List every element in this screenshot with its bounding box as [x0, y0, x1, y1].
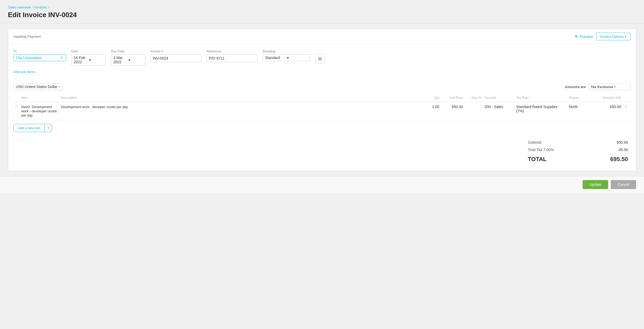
table-row: ⠿ DevD: Development work - developer ons… — [13, 102, 631, 120]
col-header-disc: Disc % — [465, 94, 483, 102]
main-content: Awaiting Payment 👁 Preview Invoice Optio… — [0, 23, 644, 176]
invoice-card: Awaiting Payment 👁 Preview Invoice Optio… — [8, 29, 636, 171]
grand-total-label: TOTAL — [526, 154, 586, 165]
update-button[interactable]: Update — [583, 180, 608, 189]
qty-cell[interactable]: 1.00 — [420, 102, 441, 120]
item-name: DevD: Development work - developer onsit… — [21, 105, 57, 117]
amounts-are-label: Amounts are — [565, 85, 586, 89]
breadcrumb-sales-overview[interactable]: Sales overview — [8, 5, 31, 9]
unit-price-value: 650.00 — [452, 105, 463, 109]
totals-table: Subtotal 650.00 Total Tax 7.00% 45.50 TO… — [525, 138, 631, 165]
breadcrumb: Sales overview › Invoices › — [8, 5, 636, 9]
to-value: City Limousines — [16, 56, 60, 60]
grand-total-row: TOTAL 695.50 — [526, 154, 630, 165]
currency-label: USD United States Dollar — [16, 85, 57, 89]
item-cell[interactable]: DevD: Development work - developer onsit… — [20, 102, 59, 120]
drag-handle-cell[interactable]: ⠿ — [13, 102, 20, 120]
date-field[interactable]: 16 Feb 2022 ▾ — [71, 54, 106, 65]
description-value: Development work - develper onsite per d… — [61, 105, 128, 109]
add-line-btn-group: Add a new line ▾ — [13, 124, 631, 132]
account-value: 200 - Sales — [485, 105, 503, 109]
header-area: Sales overview › Invoices › Edit Invoice… — [0, 0, 644, 23]
date-group: Date 16 Feb 2022 ▾ — [71, 50, 106, 65]
page-title: Edit Invoice INV-0024 — [8, 11, 636, 19]
tax-rate-value: Standard-Rated Supplies (7%) — [516, 105, 557, 113]
col-header-tax-rate: Tax Rate — [515, 94, 567, 102]
amounts-are-select[interactable]: Tax Exclusive ▾ — [588, 84, 631, 90]
region-value: North — [569, 105, 578, 109]
grand-total-value: 695.50 — [586, 154, 630, 165]
breadcrumb-sep-1: › — [32, 5, 33, 9]
disc-cell[interactable] — [465, 102, 483, 120]
invoice-num-input[interactable] — [150, 54, 201, 62]
remove-cell[interactable]: ✕ — [623, 102, 631, 120]
currency-select[interactable]: USD United States Dollar ▾ — [13, 83, 62, 90]
to-clear-button[interactable]: ✕ — [60, 56, 64, 60]
col-header-amount: Amount USD — [594, 94, 623, 102]
invoice-card-header: Awaiting Payment 👁 Preview Invoice Optio… — [8, 29, 636, 44]
to-group: To City Limousines ✕ — [13, 50, 66, 61]
due-date-value: 3 Mar 2022 — [113, 56, 128, 64]
total-tax-value: 45.50 — [586, 146, 630, 153]
add-last-items-link[interactable]: Add last items — [13, 70, 35, 74]
currency-row: USD United States Dollar ▾ Amounts are T… — [8, 81, 636, 93]
branding-value: Standard — [265, 56, 286, 60]
col-header-account: Account — [483, 94, 515, 102]
date-dropdown-arrow: ▾ — [89, 58, 103, 62]
date-label: Date — [71, 50, 106, 53]
due-date-label: Due Date — [111, 50, 145, 53]
account-cell[interactable]: 200 - Sales — [483, 102, 515, 120]
cancel-button[interactable]: Cancel — [611, 180, 636, 189]
reference-group: Reference — [207, 50, 257, 62]
col-header-description: Description — [59, 94, 420, 102]
header-actions: 👁 Preview Invoice Options ▾ — [574, 33, 631, 40]
description-cell[interactable]: Development work - develper onsite per d… — [59, 102, 420, 120]
currency-dropdown-arrow: ▾ — [58, 85, 60, 89]
table-section: Item Description Qty Unit Price Disc % A… — [8, 94, 636, 120]
preview-link[interactable]: 👁 Preview — [574, 34, 593, 39]
breadcrumb-invoices[interactable]: Invoices — [34, 5, 47, 9]
col-header-drag — [13, 94, 20, 102]
remove-row-button[interactable]: ✕ — [624, 105, 627, 109]
copy-button[interactable]: ⧉ — [315, 54, 325, 64]
invoice-options-label: Invoice Options — [600, 35, 624, 38]
total-tax-row: Total Tax 7.00% 45.50 — [526, 146, 630, 153]
to-label: To — [13, 50, 66, 53]
to-input-wrapper[interactable]: City Limousines ✕ — [13, 54, 66, 61]
region-cell[interactable]: North — [567, 102, 594, 120]
breadcrumb-sep-2: › — [48, 5, 49, 9]
total-tax-label: Total Tax 7.00% — [526, 146, 586, 153]
subtotal-row: Subtotal 650.00 — [526, 139, 630, 146]
amounts-are-section: Amounts are Tax Exclusive ▾ — [565, 84, 631, 90]
status-badge: Awaiting Payment — [13, 35, 41, 38]
preview-label: Preview — [580, 35, 593, 39]
amount-value: 650.00 — [610, 105, 621, 109]
col-header-region: Region — [567, 94, 594, 102]
col-header-unit-price: Unit Price — [441, 94, 465, 102]
eye-icon: 👁 — [574, 34, 578, 39]
col-header-qty: Qty — [420, 94, 441, 102]
date-value: 16 Feb 2022 — [74, 56, 88, 64]
branding-dropdown-arrow: ▾ — [287, 56, 308, 60]
tax-rate-cell[interactable]: Standard-Rated Supplies (7%) — [515, 102, 567, 120]
reference-input[interactable] — [207, 54, 257, 62]
amounts-are-value: Tax Exclusive — [591, 85, 613, 89]
col-header-item: Item — [20, 94, 59, 102]
invoice-options-button[interactable]: Invoice Options ▾ — [596, 33, 631, 40]
add-line-button[interactable]: Add a new line — [13, 124, 45, 132]
due-date-group: Due Date 3 Mar 2022 ▾ — [111, 50, 145, 65]
invoice-num-group: Invoice # — [150, 50, 201, 62]
due-date-field[interactable]: 3 Mar 2022 ▾ — [111, 54, 145, 65]
form-row-main: To City Limousines ✕ Date 16 Feb 2022 ▾ — [13, 50, 631, 65]
add-line-section: Add a new line ▾ — [8, 120, 636, 136]
page-wrapper: Sales overview › Invoices › Edit Invoice… — [0, 0, 644, 329]
amounts-are-dropdown-arrow: ▾ — [614, 85, 616, 89]
branding-label: Branding — [263, 50, 310, 53]
unit-price-cell[interactable]: 650.00 — [441, 102, 465, 120]
col-header-remove — [623, 94, 631, 102]
branding-select[interactable]: Standard ▾ — [263, 54, 310, 61]
add-line-dropdown-button[interactable]: ▾ — [45, 124, 52, 132]
invoice-num-label: Invoice # — [150, 50, 201, 53]
chevron-down-icon: ▾ — [625, 35, 627, 38]
amount-cell: 650.00 — [594, 102, 623, 120]
